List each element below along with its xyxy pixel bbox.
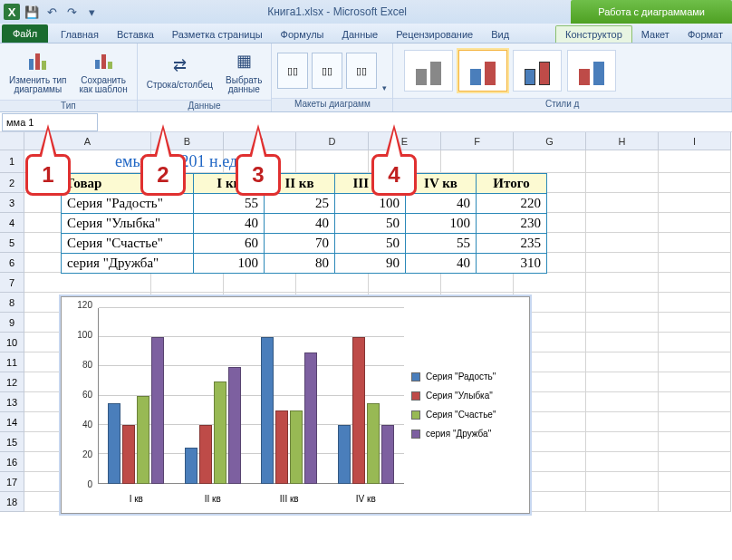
table-cell[interactable]: 70: [265, 234, 335, 254]
chart-bar[interactable]: [108, 403, 120, 484]
table-cell[interactable]: 55: [406, 234, 477, 254]
table-row[interactable]: Серия "Улыбка"404050100230: [62, 214, 547, 234]
tab-file[interactable]: Файл: [2, 24, 48, 43]
col-head[interactable]: D: [296, 132, 369, 150]
select-data-button[interactable]: ▦ Выбрать данные: [222, 45, 265, 98]
data-table[interactable]: Товар I кв II кв III кв IV кв Итого Сери…: [61, 173, 547, 274]
col-head[interactable]: E: [369, 132, 441, 150]
row-head[interactable]: 9: [0, 313, 24, 333]
tab-home[interactable]: Главная: [52, 26, 108, 43]
tab-chart-layout[interactable]: Макет: [632, 26, 679, 43]
chart-bar[interactable]: [304, 352, 317, 485]
legend-item[interactable]: Серия "Улыбка": [411, 391, 522, 401]
chart-bar[interactable]: [261, 337, 274, 484]
table-cell[interactable]: 60: [194, 234, 265, 254]
legend-item[interactable]: серия "Дружба": [411, 429, 522, 439]
chart-bar[interactable]: [338, 425, 351, 484]
chart-bar[interactable]: [214, 381, 226, 484]
row-head[interactable]: 15: [0, 432, 24, 452]
chart-bar[interactable]: [367, 403, 380, 484]
row-head[interactable]: 2: [0, 173, 24, 193]
row-head[interactable]: 5: [0, 233, 24, 253]
table-cell[interactable]: 40: [265, 214, 335, 234]
tab-chart-format[interactable]: Формат: [679, 26, 732, 43]
col-head[interactable]: G: [514, 132, 586, 150]
embedded-chart[interactable]: 020406080100120 I квII квIII квIV кв Сер…: [61, 296, 530, 514]
table-cell[interactable]: 40: [194, 214, 265, 234]
name-box[interactable]: [2, 113, 98, 131]
table-cell[interactable]: 310: [477, 254, 547, 274]
table-cell[interactable]: 50: [335, 234, 406, 254]
chart-styles-gallery[interactable]: [399, 50, 621, 92]
table-cell[interactable]: 220: [477, 194, 547, 214]
tab-layout[interactable]: Разметка страницы: [163, 26, 272, 43]
row-head[interactable]: 13: [0, 392, 24, 412]
style-3-thumb[interactable]: [513, 50, 562, 92]
save-template-button[interactable]: Сохранить как шаблон: [75, 45, 130, 98]
table-cell[interactable]: 40: [406, 254, 477, 274]
table-cell[interactable]: 40: [406, 194, 477, 214]
table-cell[interactable]: 25: [265, 194, 335, 214]
chart-bar[interactable]: [151, 337, 164, 484]
worksheet-area[interactable]: A B C D E F G H I 1234567891011121314151…: [0, 132, 732, 512]
save-icon[interactable]: 💾: [24, 4, 40, 20]
row-head[interactable]: 6: [0, 253, 24, 273]
layout-1-thumb[interactable]: ▯▯: [277, 53, 308, 89]
table-cell[interactable]: 100: [406, 214, 477, 234]
style-2-thumb[interactable]: [458, 50, 507, 92]
chart-bar[interactable]: [122, 425, 135, 484]
table-cell[interactable]: Серия "Радость": [62, 194, 194, 214]
row-head[interactable]: 11: [0, 352, 24, 372]
table-cell[interactable]: 230: [477, 214, 547, 234]
table-row[interactable]: Серия "Радость"552510040220: [62, 194, 547, 214]
tab-data[interactable]: Данные: [332, 26, 387, 43]
table-cell[interactable]: 90: [335, 254, 406, 274]
table-cell[interactable]: 235: [477, 234, 547, 254]
table-row[interactable]: серия "Дружба"100809040310: [62, 254, 547, 274]
table-cell[interactable]: 100: [194, 254, 265, 274]
redo-icon[interactable]: ↷: [63, 4, 80, 20]
row-head[interactable]: 4: [0, 213, 24, 233]
chart-bar[interactable]: [137, 396, 149, 484]
layout-2-thumb[interactable]: ▯▯: [312, 53, 342, 89]
table-cell[interactable]: Серия "Счастье": [62, 234, 194, 254]
tab-review[interactable]: Рецензирование: [387, 26, 482, 43]
style-1-thumb[interactable]: [404, 50, 453, 92]
row-head[interactable]: 3: [0, 193, 24, 213]
row-head[interactable]: 14: [0, 412, 24, 432]
qat-dropdown-icon[interactable]: ▾: [83, 4, 100, 20]
layout-3-thumb[interactable]: ▯▯: [346, 53, 377, 89]
layouts-more-icon[interactable]: ▾: [382, 83, 387, 92]
row-head[interactable]: 16: [0, 452, 24, 472]
table-cell[interactable]: 55: [194, 194, 265, 214]
row-head[interactable]: 18: [0, 492, 24, 512]
chart-bar[interactable]: [199, 425, 212, 484]
switch-row-column-button[interactable]: ⇄ Строка/столбец: [143, 45, 217, 98]
col-head[interactable]: A: [24, 132, 151, 150]
row-head[interactable]: 7: [0, 273, 24, 293]
style-4-thumb[interactable]: [567, 50, 616, 92]
row-head[interactable]: 1: [0, 150, 24, 173]
chart-bar[interactable]: [185, 448, 197, 484]
tab-view[interactable]: Вид: [482, 26, 518, 43]
chart-bar[interactable]: [228, 367, 241, 484]
col-head[interactable]: I: [659, 132, 731, 150]
col-head[interactable]: H: [586, 132, 659, 150]
chart-bar[interactable]: [352, 337, 365, 484]
row-head[interactable]: 10: [0, 333, 24, 352]
chart-legend[interactable]: Серия "Радость"Серия "Улыбка"Серия "Счас…: [404, 304, 522, 506]
tab-insert[interactable]: Вставка: [108, 26, 163, 43]
table-cell[interactable]: Серия "Улыбка": [62, 214, 194, 234]
col-head[interactable]: B: [151, 132, 224, 150]
chart-layouts-gallery[interactable]: ▯▯ ▯▯ ▯▯: [277, 53, 377, 89]
chart-bar[interactable]: [275, 410, 288, 484]
chart-plot-area[interactable]: 020406080100120 I квII квIII квIV кв: [69, 304, 404, 506]
tab-formulas[interactable]: Формулы: [272, 26, 333, 43]
table-row[interactable]: Серия "Счастье"60705055235: [62, 234, 547, 254]
row-head[interactable]: 12: [0, 372, 24, 392]
select-all-corner[interactable]: [0, 132, 24, 150]
table-cell[interactable]: серия "Дружба": [62, 254, 194, 274]
legend-item[interactable]: Серия "Радость": [411, 372, 522, 381]
chart-bar[interactable]: [290, 410, 303, 484]
col-head[interactable]: C: [224, 132, 296, 150]
